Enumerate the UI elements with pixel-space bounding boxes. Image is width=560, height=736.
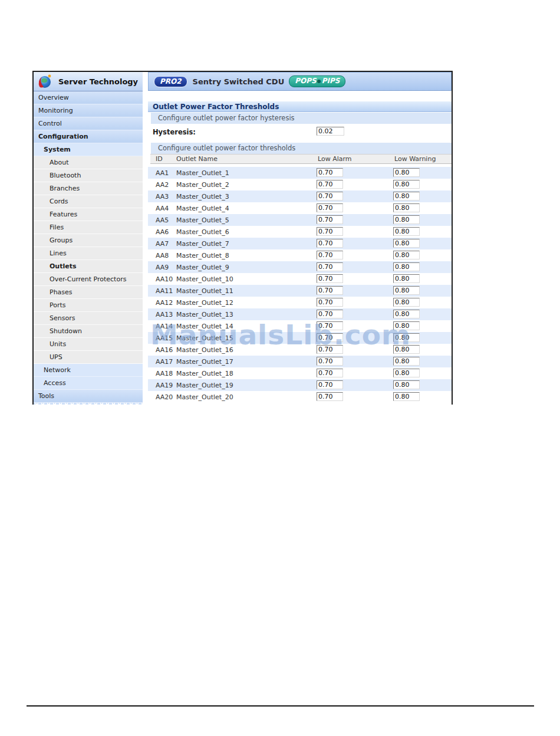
- row-id: AA5: [156, 216, 169, 224]
- row-outlet-name: Master_Outlet_11: [176, 287, 233, 295]
- row-outlet-name: Master_Outlet_18: [176, 370, 233, 377]
- row-id: AA9: [156, 264, 169, 271]
- row-outlet-name: Master_Outlet_17: [176, 358, 233, 366]
- sidebar-item-about[interactable]: About: [34, 156, 143, 169]
- row-outlet-name: Master_Outlet_10: [176, 275, 233, 283]
- low-alarm-input[interactable]: [317, 321, 343, 330]
- sidebar-item-access[interactable]: Access: [34, 377, 143, 390]
- low-alarm-input[interactable]: [317, 286, 343, 295]
- low-warning-input[interactable]: [393, 192, 420, 201]
- sidebar-item-sensors[interactable]: Sensors: [34, 312, 143, 325]
- row-id: AA7: [156, 240, 169, 248]
- sidebar-item-monitoring[interactable]: Monitoring: [34, 104, 143, 117]
- low-warning-input[interactable]: [393, 345, 420, 354]
- sidebar-item-groups[interactable]: Groups: [34, 234, 143, 247]
- row-outlet-name: Master_Outlet_2: [176, 181, 229, 189]
- low-alarm-input[interactable]: [317, 369, 343, 377]
- row-outlet-name: Master_Outlet_19: [176, 382, 233, 389]
- table-header: ID Outlet Name Low Alarm Low Warning: [150, 154, 452, 164]
- low-alarm-input[interactable]: [317, 274, 343, 283]
- low-warning-input[interactable]: [393, 333, 420, 342]
- low-alarm-input[interactable]: [317, 168, 343, 177]
- sidebar-item-shutdown[interactable]: Shutdown: [34, 325, 143, 338]
- low-warning-input[interactable]: [393, 203, 420, 212]
- low-alarm-input[interactable]: [317, 345, 343, 354]
- low-alarm-input[interactable]: [317, 239, 343, 248]
- sidebar-item-bluetooth[interactable]: Bluetooth: [34, 169, 143, 182]
- low-alarm-input[interactable]: [317, 227, 343, 236]
- low-warning-input[interactable]: [393, 310, 420, 318]
- cdu-web-interface: Server Technology OverviewMonitoringCont…: [32, 71, 453, 405]
- column-header-outlet-name: Outlet Name: [176, 155, 218, 163]
- page-footer-rule: [27, 705, 534, 707]
- row-id: AA14: [156, 323, 173, 330]
- row-outlet-name: Master_Outlet_14: [176, 323, 233, 330]
- column-header-low-warning: Low Warning: [394, 155, 436, 163]
- sidebar-item-system[interactable]: System: [34, 143, 143, 156]
- low-alarm-input[interactable]: [317, 251, 343, 259]
- low-warning-input[interactable]: [393, 357, 420, 366]
- low-alarm-input[interactable]: [317, 357, 343, 366]
- sidebar-item-ports[interactable]: Ports: [34, 299, 143, 312]
- low-alarm-input[interactable]: [317, 203, 343, 212]
- low-alarm-input[interactable]: [317, 380, 343, 389]
- sidebar-item-control[interactable]: Control: [34, 117, 143, 130]
- low-alarm-input[interactable]: [317, 192, 343, 201]
- low-alarm-input[interactable]: [317, 310, 343, 318]
- sidebar-item-lines[interactable]: Lines: [34, 247, 143, 260]
- low-alarm-input[interactable]: [317, 262, 343, 271]
- table-row: AA6Master_Outlet_6: [148, 226, 452, 238]
- table-row: AA15Master_Outlet_15: [148, 332, 452, 344]
- low-warning-input[interactable]: [393, 239, 420, 248]
- low-warning-input[interactable]: [393, 392, 420, 401]
- sidebar-item-overview[interactable]: Overview: [34, 91, 143, 104]
- device-title: Sentry Switched CDU: [193, 77, 285, 86]
- row-id: AA8: [156, 252, 169, 259]
- low-alarm-input[interactable]: [317, 333, 343, 342]
- row-outlet-name: Master_Outlet_9: [176, 264, 229, 271]
- row-outlet-name: Master_Outlet_6: [176, 228, 229, 236]
- low-alarm-input[interactable]: [317, 392, 343, 401]
- table-row: AA7Master_Outlet_7: [148, 238, 452, 249]
- low-warning-input[interactable]: [393, 227, 420, 236]
- low-warning-input[interactable]: [393, 369, 420, 377]
- table-row: AA16Master_Outlet_16: [148, 344, 452, 356]
- low-warning-input[interactable]: [393, 286, 420, 295]
- row-outlet-name: Master_Outlet_4: [176, 205, 229, 212]
- low-warning-input[interactable]: [393, 180, 420, 189]
- row-outlet-name: Master_Outlet_1: [176, 169, 229, 177]
- row-id: AA16: [156, 346, 173, 354]
- sidebar-item-network[interactable]: Network: [34, 364, 143, 377]
- low-alarm-input[interactable]: [317, 180, 343, 189]
- sidebar-item-ups[interactable]: UPS: [34, 351, 143, 364]
- low-warning-input[interactable]: [393, 274, 420, 283]
- section-title: Outlet Power Factor Thresholds: [148, 101, 452, 112]
- pro2-badge: PRO2: [154, 76, 187, 87]
- sidebar-item-over-current-protectors[interactable]: Over-Current Protectors: [34, 273, 143, 286]
- row-outlet-name: Master_Outlet_3: [176, 193, 229, 201]
- low-alarm-input[interactable]: [317, 298, 343, 307]
- sidebar-item-configuration[interactable]: Configuration: [34, 130, 143, 143]
- sidebar-item-branches[interactable]: Branches: [34, 182, 143, 195]
- thresholds-subtitle: Configure outlet power factor thresholds: [151, 143, 452, 154]
- low-alarm-input[interactable]: [317, 215, 343, 224]
- low-warning-input[interactable]: [393, 262, 420, 271]
- low-warning-input[interactable]: [393, 380, 420, 389]
- hysteresis-label: Hysteresis:: [153, 128, 196, 136]
- low-warning-input[interactable]: [393, 168, 420, 177]
- row-outlet-name: Master_Outlet_13: [176, 311, 233, 318]
- sidebar-item-features[interactable]: Features: [34, 208, 143, 221]
- table-row: AA19Master_Outlet_19: [148, 379, 452, 391]
- row-id: AA11: [156, 287, 173, 295]
- hysteresis-input[interactable]: [317, 127, 344, 136]
- low-warning-input[interactable]: [393, 298, 420, 307]
- sidebar-item-phases[interactable]: Phases: [34, 286, 143, 299]
- sidebar-item-files[interactable]: Files: [34, 221, 143, 234]
- row-id: AA1: [156, 169, 169, 177]
- sidebar-item-outlets[interactable]: Outlets: [34, 260, 143, 273]
- low-warning-input[interactable]: [393, 251, 420, 259]
- low-warning-input[interactable]: [393, 215, 420, 224]
- sidebar-item-cords[interactable]: Cords: [34, 195, 143, 208]
- low-warning-input[interactable]: [393, 321, 420, 330]
- sidebar-item-units[interactable]: Units: [34, 338, 143, 351]
